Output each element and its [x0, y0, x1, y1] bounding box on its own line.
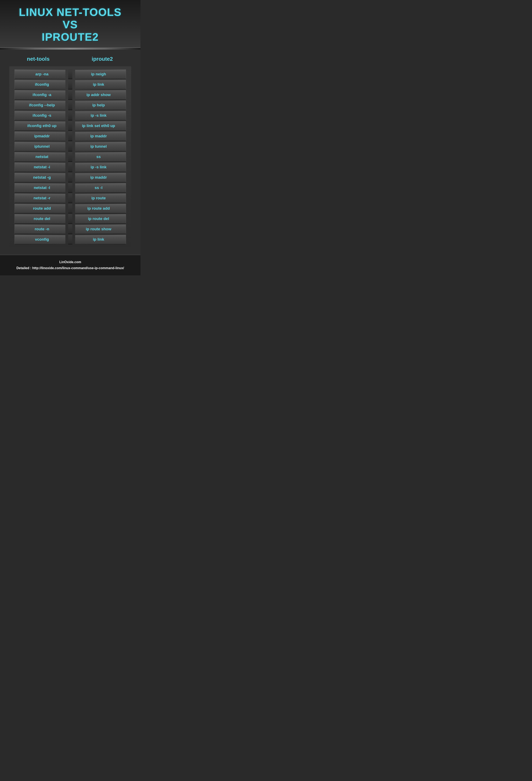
table-row-mid-16	[68, 235, 72, 244]
table-row-mid-9	[68, 162, 72, 172]
table-row-mid-4	[68, 111, 72, 120]
table-wrapper: arp -naip neighifconfigip linkifconfig -…	[9, 66, 131, 247]
table-row-right-0: ip neigh	[71, 70, 126, 79]
table-row-right-14: ip route del	[71, 214, 126, 224]
table-row-right-6: ip maddr	[71, 131, 126, 141]
page-title: LINUX NET-TOOLS VS IPROUTE2	[4, 6, 136, 43]
table-row-left-5: ifconfig eth0 up	[14, 121, 69, 131]
table-row-right-12: ip route	[71, 193, 126, 203]
table-row-left-3: ifconfig --help	[14, 100, 69, 110]
table-row-mid-1	[68, 80, 72, 89]
right-column-header: iproute2	[74, 56, 131, 62]
table-row-left-10: netstat -g	[14, 173, 69, 182]
table-row-right-4: ip -s link	[71, 111, 126, 120]
divider	[0, 48, 140, 50]
table-row-mid-13	[68, 204, 72, 213]
table-row-left-4: ifconfig -s	[14, 111, 69, 120]
table-row-left-1: ifconfig	[14, 80, 69, 89]
table-row-mid-12	[68, 193, 72, 203]
table-row-left-9: netstat -i	[14, 162, 69, 172]
table-row-mid-15	[68, 224, 72, 234]
header: LINUX NET-TOOLS VS IPROUTE2	[0, 0, 140, 50]
table-row-left-8: netstat	[14, 152, 69, 162]
table-row-left-13: route add	[14, 204, 69, 213]
table-row-right-3: ip help	[71, 100, 126, 110]
table-row-right-8: ss	[71, 152, 126, 162]
table-row-right-7: ip tunnel	[71, 142, 126, 152]
table-row-right-13: ip route add	[71, 204, 126, 213]
table-row-right-1: ip link	[71, 80, 126, 89]
main-content: net-tools iproute2 arp -naip neighifconf…	[0, 50, 140, 255]
table-row-left-0: arp -na	[14, 70, 69, 79]
footer: LinOxide.com Detailed : http://linoxide.…	[0, 255, 140, 275]
footer-line1: LinOxide.com	[4, 259, 136, 265]
table-row-mid-3	[68, 100, 72, 110]
table-row-left-11: netstat -l	[14, 183, 69, 193]
column-headers: net-tools iproute2	[6, 56, 134, 62]
table-row-left-7: iptunnel	[14, 142, 69, 152]
footer-line2: Detailed : http://linoxide.com/linux-com…	[4, 265, 136, 271]
table-row-right-11: ss -l	[71, 183, 126, 193]
table-row-mid-7	[68, 142, 72, 152]
table-row-mid-10	[68, 173, 72, 182]
table-row-left-14: route del	[14, 214, 69, 224]
table-row-mid-14	[68, 214, 72, 224]
table-row-left-12: netstat -r	[14, 193, 69, 203]
table-row-mid-8	[68, 152, 72, 162]
table-row-mid-0	[68, 70, 72, 79]
table-row-right-16: ip link	[71, 235, 126, 244]
table-row-left-16: vconfig	[14, 235, 69, 244]
table-row-mid-11	[68, 183, 72, 193]
table-row-right-5: ip link set eth0 up	[71, 121, 126, 131]
left-column-header: net-tools	[9, 56, 67, 62]
table-row-left-2: ifconfig -a	[14, 90, 69, 100]
table-row-left-15: route -n	[14, 224, 69, 234]
table-row-mid-6	[68, 131, 72, 141]
comparison-table: arp -naip neighifconfigip linkifconfig -…	[14, 70, 126, 244]
table-row-mid-5	[68, 121, 72, 131]
table-row-right-10: ip maddr	[71, 173, 126, 182]
table-row-mid-2	[68, 90, 72, 100]
table-row-right-9: ip -s link	[71, 162, 126, 172]
table-row-left-6: ipmaddr	[14, 131, 69, 141]
table-row-right-2: ip addr show	[71, 90, 126, 100]
table-row-right-15: ip route show	[71, 224, 126, 234]
